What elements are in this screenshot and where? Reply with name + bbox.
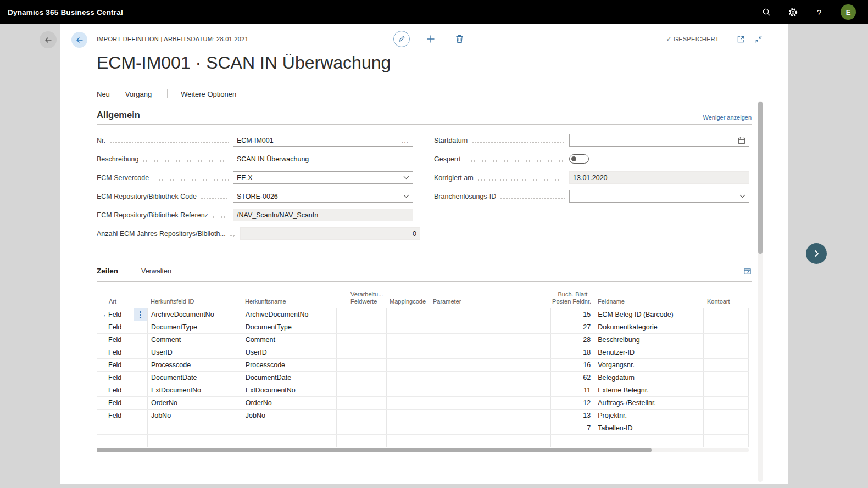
open-lines-in-window-icon[interactable] <box>743 267 752 276</box>
cell-art[interactable]: Feld <box>97 346 134 358</box>
cell-art[interactable] <box>97 422 134 434</box>
table-row[interactable]: FeldDocumentTypeDocumentType27Dokumentka… <box>97 321 749 334</box>
lines-manage-menu[interactable]: Verwalten <box>141 267 171 275</box>
cell-feldname[interactable]: Tabellen-ID <box>594 422 704 434</box>
vertical-scrollbar-thumb[interactable] <box>758 102 763 254</box>
table-row[interactable]: →FeldArchiveDocumentNoArchiveDocumentNo1… <box>97 308 749 321</box>
table-row[interactable]: FeldExtDocumentNoExtDocumentNo11Externe … <box>97 384 749 397</box>
cell-verarb[interactable] <box>337 435 387 447</box>
repo-code-input[interactable] <box>237 193 401 200</box>
lines-section-title[interactable]: Zeilen <box>97 266 118 277</box>
table-row[interactable]: FeldProcesscodeProcesscode16Vorgangsnr. <box>97 359 749 372</box>
menu-neu[interactable]: Neu <box>97 90 110 98</box>
cell-param[interactable] <box>430 422 552 434</box>
column-header-mapping[interactable]: Mappingcode <box>386 285 430 308</box>
calendar-icon[interactable] <box>738 137 745 144</box>
cell-dots[interactable] <box>134 397 148 409</box>
page-back-button[interactable] <box>71 32 87 48</box>
cell-mapping[interactable] <box>387 321 430 333</box>
cell-hfid[interactable]: JobNo <box>148 410 242 422</box>
cell-feldname[interactable]: Beschreibung <box>594 334 704 346</box>
cell-param[interactable] <box>430 321 552 333</box>
cell-hfid[interactable]: UserID <box>148 346 242 358</box>
new-button[interactable] <box>423 31 438 47</box>
cell-param[interactable] <box>430 384 552 396</box>
table-row[interactable]: FeldCommentComment28Beschreibung <box>97 334 749 346</box>
nr-input[interactable] <box>237 137 401 144</box>
assist-edit-icon[interactable]: … <box>401 138 409 143</box>
cell-mapping[interactable] <box>387 397 430 409</box>
cell-feldname[interactable]: Vorgangsnr. <box>594 359 704 371</box>
cell-param[interactable] <box>430 372 552 384</box>
cell-feldnr[interactable]: 11 <box>551 384 594 396</box>
cell-art[interactable]: Feld <box>97 359 134 371</box>
column-header-kontoart[interactable]: Kontoart <box>704 285 749 308</box>
cell-kontoart[interactable] <box>704 346 749 358</box>
branchen-id-field[interactable] <box>569 190 749 203</box>
cell-mapping[interactable] <box>387 384 430 396</box>
cell-feldnr[interactable]: 28 <box>551 334 594 346</box>
cell-verarb[interactable] <box>337 359 387 371</box>
chevron-down-icon[interactable] <box>403 194 409 198</box>
cell-verarb[interactable] <box>337 308 387 321</box>
column-header-hfid[interactable]: Herkunftsfeld-ID <box>147 285 242 308</box>
cell-kontoart[interactable] <box>704 359 749 371</box>
cell-param[interactable] <box>430 346 552 358</box>
cell-dots[interactable] <box>134 346 148 358</box>
cell-art[interactable]: Feld <box>97 372 134 384</box>
startdatum-input[interactable] <box>573 137 736 144</box>
cell-dots[interactable] <box>134 410 148 422</box>
cell-art[interactable]: Feld <box>97 397 134 409</box>
cell-verarb[interactable] <box>337 334 387 346</box>
cell-feldname[interactable]: Auftrags-/Bestellnr. <box>594 397 704 409</box>
cell-hname[interactable] <box>242 422 337 434</box>
cell-art[interactable]: Feld <box>97 410 134 422</box>
cell-param[interactable] <box>430 435 552 447</box>
cell-feldnr[interactable] <box>551 435 594 447</box>
table-row[interactable]: FeldOrderNoOrderNo12Auftrags-/Bestellnr. <box>97 397 749 410</box>
cell-kontoart[interactable] <box>704 334 749 346</box>
column-header-verarb[interactable]: Verarbeitu...Feldwerte <box>336 285 386 308</box>
branchen-id-input[interactable] <box>573 193 737 200</box>
cell-dots[interactable] <box>134 422 148 434</box>
cell-feldnr[interactable]: 16 <box>551 359 594 371</box>
cell-hname[interactable]: OrderNo <box>242 397 337 409</box>
cell-hfid[interactable]: DocumentType <box>148 321 242 333</box>
user-avatar[interactable]: E <box>841 4 856 20</box>
cell-kontoart[interactable] <box>704 384 749 396</box>
menu-weitere-optionen[interactable]: Weitere Optionen <box>181 90 236 98</box>
cell-feldnr[interactable]: 62 <box>551 372 594 384</box>
cell-param[interactable] <box>430 397 552 409</box>
cell-param[interactable] <box>430 334 552 346</box>
cell-feldnr[interactable]: 7 <box>551 422 594 434</box>
cell-hname[interactable]: Comment <box>242 334 337 346</box>
cell-dots[interactable] <box>134 334 148 346</box>
cell-param[interactable] <box>430 308 552 321</box>
cell-verarb[interactable] <box>337 346 387 358</box>
cell-feldnr[interactable]: 12 <box>551 397 594 409</box>
vertical-scrollbar[interactable] <box>758 101 763 482</box>
cell-hname[interactable] <box>242 435 337 447</box>
table-row[interactable]: FeldDocumentDateDocumentDate62Belegdatum <box>97 372 749 384</box>
section-title-allgemein[interactable]: Allgemein <box>97 109 140 121</box>
gesperrt-toggle[interactable] <box>569 154 589 164</box>
cell-dots[interactable] <box>134 435 148 447</box>
cell-kontoart[interactable] <box>704 308 749 321</box>
cell-hname[interactable]: DocumentDate <box>242 372 337 384</box>
column-header-hname[interactable]: Herkunftsname <box>242 285 336 308</box>
menu-vorgang[interactable]: Vorgang <box>125 90 152 98</box>
chevron-down-icon[interactable] <box>739 194 745 198</box>
cell-dots[interactable] <box>134 372 148 384</box>
cell-dots[interactable] <box>134 308 148 321</box>
edit-button[interactable] <box>393 31 410 47</box>
cell-hfid[interactable]: ArchiveDocumentNo <box>148 308 242 321</box>
cell-feldname[interactable]: Dokumentkategorie <box>594 321 704 333</box>
cell-hfid[interactable]: OrderNo <box>148 397 242 409</box>
cell-verarb[interactable] <box>337 422 387 434</box>
cell-art[interactable] <box>97 435 134 447</box>
cell-feldnr[interactable]: 13 <box>551 410 594 422</box>
settings-gear-icon[interactable] <box>788 7 798 17</box>
cell-art[interactable]: →Feld <box>97 308 134 321</box>
cell-feldname[interactable]: ECM Beleg ID (Barcode) <box>594 308 704 321</box>
cell-kontoart[interactable] <box>704 410 749 422</box>
